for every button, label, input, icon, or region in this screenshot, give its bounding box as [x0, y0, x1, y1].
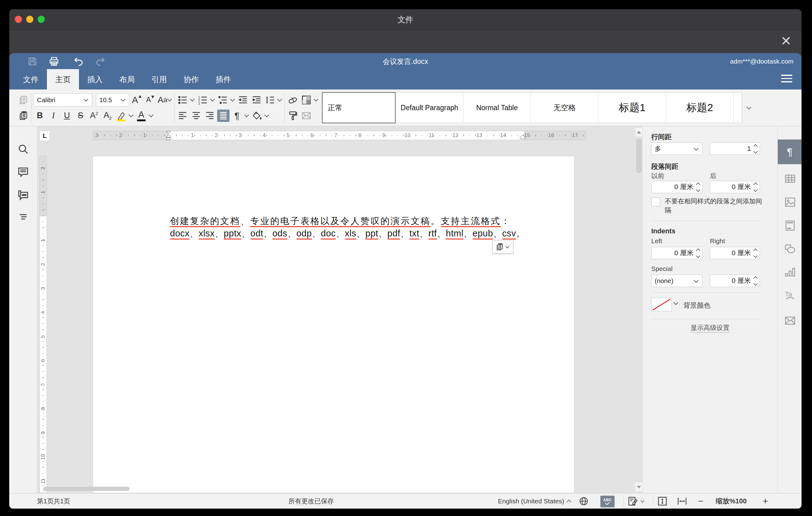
comments-icon[interactable]: [17, 166, 29, 178]
spin-up-icon[interactable]: [696, 248, 700, 253]
align-left-icon[interactable]: [176, 110, 189, 122]
page-count-label[interactable]: 第1页共1页: [37, 493, 70, 509]
zoom-out-button[interactable]: −: [698, 493, 703, 509]
horizontal-scrollbar-thumb[interactable]: [43, 487, 129, 491]
paste-options-button[interactable]: [492, 240, 513, 254]
fit-width-icon[interactable]: [677, 493, 687, 509]
first-line-indent-marker[interactable]: [166, 131, 171, 140]
tab-references[interactable]: 引用: [143, 69, 175, 89]
spin-down-icon[interactable]: [696, 253, 700, 258]
table-borders-dropdown-icon[interactable]: [314, 97, 319, 102]
background-color-dropdown-icon[interactable]: [673, 300, 678, 305]
clear-style-icon[interactable]: [287, 94, 299, 106]
spin-down-icon[interactable]: [753, 149, 758, 153]
spin-down-icon[interactable]: [753, 253, 758, 258]
align-right-icon[interactable]: [204, 110, 216, 122]
align-center-icon[interactable]: [190, 110, 202, 122]
paragraph-settings-icon[interactable]: ¶: [778, 140, 802, 164]
no-space-between-same-style-checkbox[interactable]: [651, 198, 660, 206]
style-normal[interactable]: 正常: [322, 92, 396, 123]
menu-icon[interactable]: [781, 75, 792, 83]
spin-down-icon[interactable]: [753, 281, 758, 285]
style-normal-table[interactable]: Normal Table: [463, 93, 531, 123]
track-changes-icon[interactable]: [628, 493, 645, 509]
fit-page-icon[interactable]: [657, 493, 668, 509]
tab-layout[interactable]: 布局: [111, 69, 143, 89]
bullet-list-dropdown-icon[interactable]: [190, 97, 195, 102]
paste-icon[interactable]: [17, 110, 30, 122]
scrollbar-thumb[interactable]: [636, 139, 642, 173]
tab-insert[interactable]: 插入: [79, 69, 111, 89]
document-page[interactable]: 创建复杂的文档、专业的电子表格以及令人赞叹的演示文稿。支持主流格式： docx、…: [92, 156, 575, 493]
font-size-select[interactable]: 10.5: [96, 93, 129, 107]
format-painter-icon[interactable]: [287, 110, 299, 122]
header-footer-settings-icon[interactable]: [784, 220, 796, 232]
copy-icon[interactable]: [17, 94, 30, 106]
close-icon[interactable]: [780, 34, 792, 47]
indent-right-spinner[interactable]: 0 厘米: [710, 247, 760, 259]
spin-up-icon[interactable]: [753, 248, 758, 253]
special-amount-spinner[interactable]: 0 厘米: [710, 275, 760, 287]
decrease-font-icon[interactable]: A: [144, 94, 156, 106]
indent-left-spinner[interactable]: 0 厘米: [651, 247, 702, 259]
vertical-scrollbar[interactable]: [635, 127, 643, 492]
scroll-down-icon[interactable]: [635, 482, 643, 492]
textart-settings-icon[interactable]: Ta: [784, 290, 796, 302]
navigation-headings-icon[interactable]: [17, 212, 29, 224]
highlight-color-icon[interactable]: [115, 110, 127, 122]
spin-up-icon[interactable]: [753, 144, 758, 148]
mailmerge-icon[interactable]: [300, 110, 313, 122]
bullet-list-icon[interactable]: [176, 94, 189, 106]
document-text[interactable]: 创建复杂的文档、专业的电子表格以及令人赞叹的演示文稿。支持主流格式： docx、…: [170, 215, 528, 239]
style-default-paragraph[interactable]: Default Paragraph: [396, 93, 463, 123]
search-icon[interactable]: [17, 143, 29, 155]
style-gallery-expand-icon[interactable]: [742, 93, 756, 122]
tab-file[interactable]: 文件: [15, 69, 47, 89]
multilevel-list-dropdown-icon[interactable]: [230, 97, 235, 102]
line-spacing-amount-spinner[interactable]: 1: [710, 143, 760, 155]
nonprinting-dropdown-icon[interactable]: [244, 113, 249, 118]
table-borders-icon[interactable]: [300, 94, 313, 106]
shading-icon[interactable]: [251, 110, 263, 122]
tab-plugins[interactable]: 插件: [207, 69, 239, 89]
shape-settings-icon[interactable]: [784, 243, 796, 255]
font-color-icon[interactable]: A: [135, 110, 147, 122]
increase-font-icon[interactable]: A: [130, 94, 143, 106]
image-settings-icon[interactable]: [784, 196, 796, 208]
advanced-settings-link[interactable]: 显示高级设置: [643, 323, 778, 332]
font-color-dropdown-icon[interactable]: [149, 113, 154, 118]
bold-button[interactable]: B: [34, 110, 46, 122]
background-color-swatch[interactable]: [651, 298, 672, 311]
chat-icon[interactable]: [17, 189, 29, 201]
right-indent-marker[interactable]: [520, 135, 525, 139]
tab-stop-selector[interactable]: L: [39, 131, 50, 141]
language-select[interactable]: English (United States): [498, 493, 572, 509]
set-language-icon[interactable]: [579, 493, 589, 509]
scroll-up-icon[interactable]: [635, 127, 643, 137]
line-spacing-select[interactable]: 多: [651, 143, 702, 155]
underline-button[interactable]: U: [61, 110, 73, 122]
spin-up-icon[interactable]: [696, 182, 700, 187]
style-heading2[interactable]: 标题2: [666, 93, 734, 123]
horizontal-ruler[interactable]: 3211234567891011121314151617: [92, 131, 586, 140]
line-spacing-icon[interactable]: [264, 94, 276, 106]
multilevel-list-icon[interactable]: [216, 94, 229, 106]
spellcheck-icon[interactable]: ABC: [600, 496, 614, 507]
account-label[interactable]: adm***@dootask.com: [730, 53, 793, 69]
subscript-button[interactable]: A2: [102, 110, 114, 122]
tab-collaboration[interactable]: 协作: [175, 69, 207, 89]
italic-button[interactable]: I: [47, 110, 60, 122]
chart-settings-icon[interactable]: [784, 266, 796, 279]
spin-down-icon[interactable]: [753, 187, 758, 192]
zoom-in-button[interactable]: +: [763, 493, 768, 509]
spin-up-icon[interactable]: [753, 182, 758, 187]
numbered-list-dropdown-icon[interactable]: [210, 97, 215, 102]
increase-indent-icon[interactable]: [250, 94, 263, 106]
vertical-ruler[interactable]: 211234567891011: [39, 156, 47, 493]
numbered-list-icon[interactable]: 123: [197, 94, 209, 106]
decrease-indent-icon[interactable]: [237, 94, 249, 106]
spacing-before-spinner[interactable]: 0 厘米: [651, 181, 702, 193]
font-family-select[interactable]: Calibri: [34, 93, 92, 107]
style-heading1[interactable]: 标题1: [598, 93, 666, 123]
table-settings-icon[interactable]: [784, 173, 796, 185]
